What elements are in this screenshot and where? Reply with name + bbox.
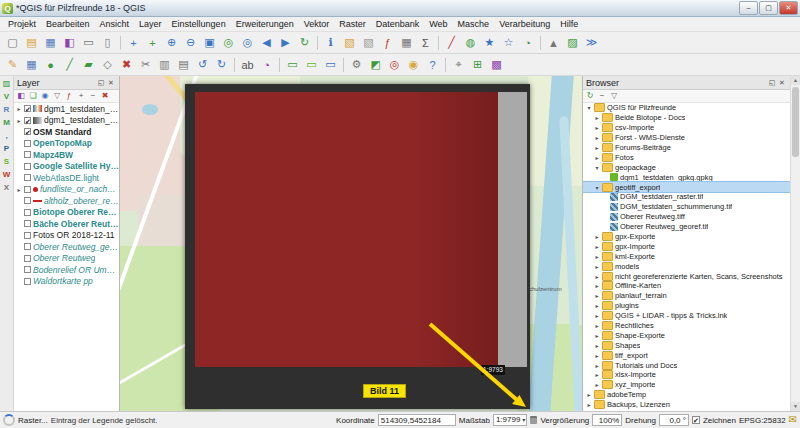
identify-features-icon[interactable]: ℹ bbox=[322, 34, 339, 51]
scroll-up-icon[interactable]: ▲ bbox=[791, 76, 800, 85]
new-3d-map-view-icon[interactable]: ▲ bbox=[545, 34, 562, 51]
zoom-in-icon[interactable]: ⊕ bbox=[163, 34, 180, 51]
browser-item[interactable]: ▸Beide Biotope - Docs bbox=[583, 113, 790, 123]
magnifier-lock-icon[interactable] bbox=[530, 416, 537, 424]
add-wms-layer-icon[interactable]: W bbox=[1, 169, 12, 180]
layer-item[interactable]: Mapz4BW bbox=[14, 149, 119, 161]
menu-einstellungen[interactable]: Einstellungen bbox=[167, 19, 231, 29]
browser-item[interactable]: ▸adobeTemp bbox=[583, 390, 790, 400]
zoom-to-layer-icon[interactable]: ◎ bbox=[239, 34, 256, 51]
zoom-full-icon[interactable]: ▣ bbox=[201, 34, 218, 51]
expand-icon[interactable]: ▸ bbox=[594, 263, 600, 270]
magnifier-input[interactable]: 100% bbox=[592, 414, 622, 426]
browser-item[interactable]: ▸planlauf_terrain bbox=[583, 291, 790, 301]
layer-checkbox[interactable] bbox=[24, 220, 31, 227]
collapse-all-browser-icon[interactable]: − bbox=[597, 91, 607, 101]
browser-item[interactable]: ▸QGIS + LIDAR - tipps & Tricks.lnk bbox=[583, 311, 790, 321]
expand-icon[interactable]: ▸ bbox=[594, 342, 600, 349]
layer-checkbox[interactable] bbox=[24, 186, 31, 193]
expand-icon[interactable]: ▸ bbox=[594, 352, 600, 359]
scroll-down-icon[interactable]: ▼ bbox=[791, 402, 800, 411]
manage-map-themes-icon[interactable]: ◉ bbox=[40, 91, 50, 101]
select-by-expression-icon[interactable]: ƒ bbox=[379, 34, 396, 51]
expand-icon[interactable]: ▸ bbox=[594, 381, 600, 388]
expand-icon[interactable]: ▸ bbox=[594, 292, 600, 299]
menu-projekt[interactable]: Projekt bbox=[3, 19, 41, 29]
browser-panel-close-button[interactable]: ✕ bbox=[777, 78, 787, 88]
add-mesh-layer-icon[interactable]: M bbox=[1, 117, 12, 128]
menu-web[interactable]: Web bbox=[424, 19, 452, 29]
save-layer-edits-icon[interactable]: ▦ bbox=[23, 56, 40, 73]
layer-checkbox[interactable] bbox=[24, 243, 31, 250]
layer-item[interactable]: Oberer Reutweg bbox=[14, 253, 119, 265]
layer-item[interactable]: Oberer Reutweg_georef bbox=[14, 241, 119, 253]
expand-icon[interactable]: ▸ bbox=[594, 154, 600, 161]
layer-item[interactable]: Biotope Oberer Reutweg bbox=[14, 207, 119, 219]
expand-icon[interactable]: ▸ bbox=[16, 186, 22, 193]
expand-icon[interactable]: ▸ bbox=[594, 144, 600, 151]
expand-icon[interactable]: ▸ bbox=[594, 362, 600, 369]
scrollbar-thumb[interactable] bbox=[792, 87, 799, 157]
zoom-out-icon[interactable]: ⊖ bbox=[182, 34, 199, 51]
remove-layer-icon[interactable]: ✖ bbox=[100, 91, 110, 101]
expand-icon[interactable]: ▾ bbox=[586, 104, 592, 111]
crs-button[interactable]: EPSG:25832 bbox=[739, 416, 786, 425]
layer-item[interactable]: Waldortkarte pp bbox=[14, 276, 119, 288]
layer-checkbox[interactable] bbox=[24, 197, 31, 204]
browser-item[interactable]: ▸csv-Importe bbox=[583, 123, 790, 133]
browser-item[interactable]: ▸Shapes bbox=[583, 340, 790, 350]
layers-panel-float-button[interactable]: ◱ bbox=[96, 78, 106, 88]
expand-icon[interactable]: ▸ bbox=[594, 114, 600, 121]
delete-selected-icon[interactable]: ✖ bbox=[118, 56, 135, 73]
map-canvas[interactable]: Schulzentrum 1:9793 Bild 11 bbox=[120, 76, 582, 411]
layer-checkbox[interactable]: ✔ bbox=[24, 128, 31, 135]
pan-to-selection-icon[interactable]: + bbox=[144, 34, 161, 51]
menu-verarbeitung[interactable]: Verarbeitung bbox=[494, 19, 555, 29]
add-point-feature-icon[interactable]: ● bbox=[42, 56, 59, 73]
expand-icon[interactable]: ▸ bbox=[594, 312, 600, 319]
layer-checkbox[interactable] bbox=[24, 140, 31, 147]
layer-item[interactable]: ✔OSM Standard bbox=[14, 126, 119, 138]
temporal-controller-icon[interactable]: ◔ bbox=[519, 34, 536, 51]
filter-by-expression-icon[interactable]: ƒ bbox=[64, 91, 74, 101]
browser-item[interactable]: ▸Forums-Beiträge bbox=[583, 143, 790, 153]
maximize-button[interactable]: ▢ bbox=[759, 1, 778, 15]
data-source-manager-icon[interactable]: ▨ bbox=[1, 78, 12, 89]
layer-checkbox[interactable] bbox=[24, 232, 31, 239]
expand-icon[interactable]: ▾ bbox=[594, 184, 600, 191]
new-print-layout-icon[interactable]: ▭ bbox=[80, 34, 97, 51]
browser-item[interactable]: ▾geotiff_export bbox=[583, 182, 790, 192]
browser-item[interactable]: ▸Fotos bbox=[583, 152, 790, 162]
add-xyz-layer-icon[interactable]: X bbox=[1, 182, 12, 193]
browser-item[interactable]: dgm1_testdaten_gpkg.gpkg bbox=[583, 172, 790, 182]
menu-datenbank[interactable]: Datenbank bbox=[371, 19, 425, 29]
project-save-icon[interactable]: ▦ bbox=[42, 34, 59, 51]
refresh-browser-icon[interactable]: ↻ bbox=[585, 91, 595, 101]
browser-item[interactable]: DGM_testdaten_schummerung.tif bbox=[583, 202, 790, 212]
layer-styling-icon[interactable]: ◧ bbox=[16, 91, 26, 101]
street-view-icon[interactable]: ◉ bbox=[405, 56, 422, 73]
browser-item[interactable]: ▸tiff_export bbox=[583, 350, 790, 360]
cut-features-icon[interactable]: ✂ bbox=[137, 56, 154, 73]
expand-icon[interactable]: ▸ bbox=[586, 391, 592, 398]
log-messages-icon[interactable]: ✉ bbox=[789, 415, 797, 425]
layer-item[interactable]: ▸✔dgm1_testdaten_xyz bbox=[14, 115, 119, 127]
layer-checkbox[interactable] bbox=[24, 266, 31, 273]
add-delimited-text-layer-icon[interactable]: , bbox=[1, 130, 12, 141]
layer-checkbox[interactable] bbox=[24, 209, 31, 216]
style-manager-icon[interactable]: ◧ bbox=[61, 34, 78, 51]
task-spinner-icon[interactable] bbox=[3, 414, 15, 426]
layout-manager-icon[interactable]: ▯ bbox=[99, 34, 116, 51]
expand-icon[interactable]: ▸ bbox=[594, 322, 600, 329]
browser-item[interactable]: ▸xyz_importe bbox=[583, 380, 790, 390]
expand-icon[interactable]: ▸ bbox=[16, 105, 22, 112]
new-shapefile-layer-icon[interactable]: ▭ bbox=[284, 56, 301, 73]
scale-combo[interactable]: 1:9799 ▾ bbox=[493, 414, 527, 426]
layers-panel-close-button[interactable]: ✕ bbox=[106, 78, 116, 88]
data-source-manager-icon[interactable]: ▨ bbox=[564, 34, 581, 51]
browser-item[interactable]: DGM_testdaten_raster.tif bbox=[583, 192, 790, 202]
field-calculator-icon[interactable]: Σ bbox=[417, 34, 434, 51]
add-raster-layer-icon[interactable]: R bbox=[1, 104, 12, 115]
map-refresh-icon[interactable]: ↻ bbox=[296, 34, 313, 51]
browser-item[interactable]: ▸Shape-Exporte bbox=[583, 330, 790, 340]
